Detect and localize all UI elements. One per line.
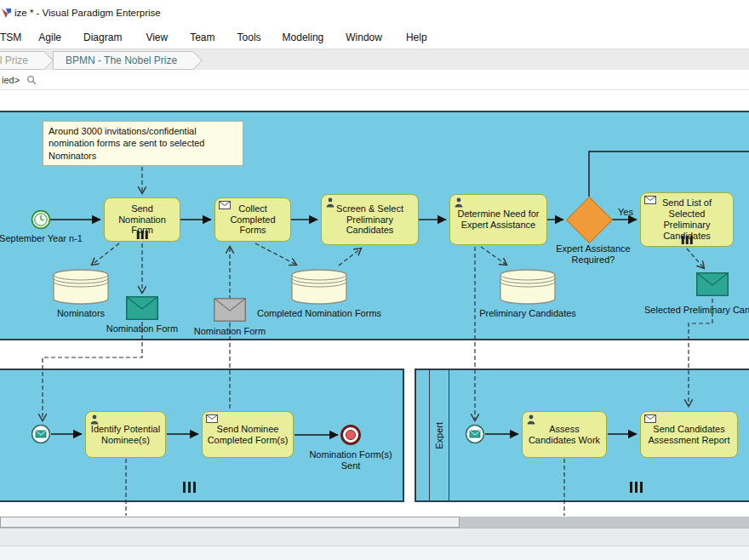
message-nomination-form-teal-label: Nomination Form [104,323,180,334]
gateway-label: Expert Assistance Required? [552,243,634,266]
datastore-completed-nomination-forms[interactable] [289,266,350,311]
flow-yes-label: Yes [613,207,638,218]
message-nomination-form-teal[interactable] [126,296,158,323]
menu-item-itsm[interactable]: TSM [0,31,21,43]
user-icon [89,414,100,427]
menu-item-diagram[interactable]: Diagram [83,31,122,43]
datastore-preliminary-candidates[interactable] [497,266,558,311]
task-label: Screen & Select Preliminary Candidates [326,203,414,237]
user-icon [526,414,537,427]
title-bar: ize * - Visual Paradigm Enterprise [0,0,749,26]
task-collect-completed-forms[interactable]: Collect Completed Forms [214,197,291,242]
horizontal-scrollbar[interactable] [0,517,749,528]
message-icon [644,414,656,426]
message-nomination-form-gray-label: Nomination Form [192,326,268,337]
task-label: Send Nominee Completed Form(s) [207,424,289,446]
menu-bar: TSM Agile Diagram View Team Tools Modeli… [0,26,749,49]
event-message-start-nominator[interactable] [31,424,51,448]
annotation-note[interactable]: Around 3000 invitations/confidential nom… [43,121,243,166]
status-bar [0,528,749,546]
toolbar: ied> [0,70,749,90]
event-timer-start-label: September Year n-1 [0,233,88,244]
annotation-note-text: Around 3000 invitations/confidential nom… [49,126,204,161]
message-start-icon [31,424,51,444]
pool-expert-multi-instance-marker [630,482,643,493]
menu-item-view[interactable]: View [146,31,168,43]
multi-instance-marker [137,231,148,239]
message-icon [206,414,218,426]
task-determine-need-expert-assistance[interactable]: Determine Need for Expert Assistance [449,194,547,245]
breadcrumb-tab-current-label: BPMN - The Nobel Prize [66,54,177,66]
search-icon[interactable] [26,75,37,85]
task-send-candidates-assessment-report[interactable]: Send Candidates Assessment Report [640,411,738,458]
message-selected-preliminary-candidates-label: Selected Preliminary Can [644,305,749,316]
menu-item-team[interactable]: Team [190,31,214,43]
status-bar-lower [0,546,749,560]
toolbar-combo[interactable]: ied> [2,75,20,85]
datastore-nominators[interactable] [50,266,111,311]
lane-expert[interactable]: Expert [429,370,449,500]
breadcrumb-tab-prev[interactable]: el Prize [0,51,43,70]
menu-item-modeling[interactable]: Modeling [283,31,324,43]
message-selected-preliminary-candidates[interactable] [696,272,729,300]
lane-expert-label: Expert [434,422,444,449]
window-title: ize * - Visual Paradigm Enterprise [14,8,161,18]
datastore-nominators-label: Nominators [38,308,123,319]
event-timer-start[interactable] [31,209,51,233]
message-icon [644,196,656,207]
datastore-preliminary-candidates-label: Preliminary Candidates [477,308,579,319]
task-label: Identify Potential Nominee(s) [90,424,161,446]
task-send-nomination-form[interactable]: Send Nomination Form [104,197,180,242]
multi-instance-marker [682,236,693,244]
breadcrumb: el Prize BPMN - The Nobel Prize [0,49,749,71]
event-message-start-expert[interactable] [465,424,485,448]
task-send-nominee-completed-forms[interactable]: Send Nominee Completed Form(s) [202,411,294,458]
end-event-icon [339,423,363,447]
datastore-completed-nomination-forms-label: Completed Nomination Forms [247,308,392,319]
menu-item-tools[interactable]: Tools [237,31,261,43]
breadcrumb-tab-current[interactable]: BPMN - The Nobel Prize [53,51,192,70]
task-label: Send Candidates Assessment Report [645,424,733,446]
message-start-icon [465,424,485,444]
horizontal-scrollbar-thumb[interactable] [0,517,460,528]
menu-item-help[interactable]: Help [406,31,427,43]
breadcrumb-tab-prev-label: el Prize [0,54,28,66]
event-end-nomination-forms-sent[interactable] [339,423,363,450]
user-icon [454,197,465,210]
message-nomination-form-gray[interactable] [214,298,246,325]
task-identify-potential-nominees[interactable]: Identify Potential Nominee(s) [85,411,166,458]
task-label: Determine Need for Expert Assistance [455,209,542,231]
task-screen-select-preliminary-candidates[interactable]: Screen & Select Preliminary Candidates [321,194,419,245]
app-logo-icon [2,8,11,19]
user-icon [325,197,336,210]
task-label: Assess Candidates Work [527,424,602,446]
message-icon [219,201,231,212]
timer-icon [31,209,51,230]
menu-item-window[interactable]: Window [346,31,382,43]
pool-nominator-multi-instance-marker [183,482,196,493]
event-end-label: Nomination Form(s) Sent [308,449,393,471]
task-send-list-selected-preliminary-candidates[interactable]: Send List of Selected Preliminary Candid… [640,192,734,247]
menu-item-agile[interactable]: Agile [38,31,61,43]
task-assess-candidates-work[interactable]: Assess Candidates Work [522,411,607,458]
